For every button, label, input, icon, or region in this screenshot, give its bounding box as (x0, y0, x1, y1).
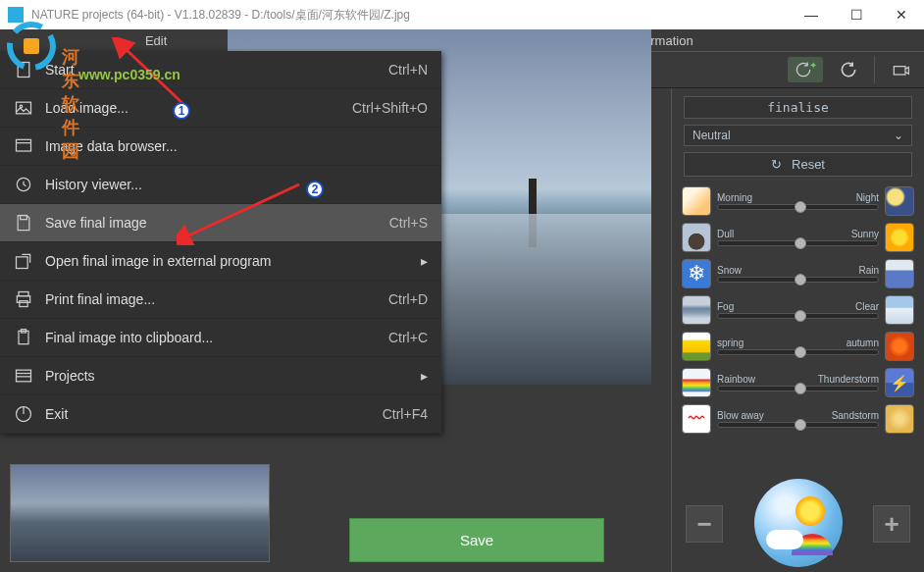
menu-item-print[interactable]: Print final image... Ctrl+D (0, 281, 441, 319)
submenu-arrow-icon: ▸ (421, 253, 428, 269)
camera-icon[interactable] (889, 58, 912, 81)
slider-spring-autumn[interactable]: springautumn (682, 330, 914, 363)
menu-edit[interactable]: Edit (145, 33, 167, 48)
autumn-icon (885, 332, 914, 361)
finalise-header[interactable]: finalise (684, 96, 912, 119)
clear-icon (885, 295, 914, 325)
svg-rect-18 (20, 301, 27, 307)
sunny-icon (885, 223, 914, 252)
dull-icon (682, 223, 711, 252)
annotation-badge-2: 2 (306, 181, 324, 198)
spring-icon (682, 332, 711, 361)
svg-rect-15 (17, 257, 28, 269)
thumbnail-image[interactable] (10, 464, 270, 562)
svg-rect-14 (21, 216, 27, 220)
projects-icon (14, 366, 33, 386)
titlebar: NATURE projects (64-bit) - V1.18.02839 -… (0, 0, 924, 29)
history-icon (14, 175, 33, 194)
close-button[interactable]: ✕ (879, 0, 924, 29)
menu-item-open-external[interactable]: Open final image in external program ▸ (0, 242, 441, 281)
menu-item-projects[interactable]: Projects ▸ (0, 357, 441, 395)
file-menu-dropdown: Start Ctrl+N Load image... Ctrl+Shift+O … (0, 51, 441, 434)
refresh-auto-button[interactable]: ✦ (788, 57, 823, 82)
slider-rainbow-thunder[interactable]: RainbowThunderstorm ⚡ (682, 366, 914, 399)
menu-item-exit[interactable]: Exit Ctrl+F4 (0, 395, 441, 434)
blow-icon: 〰 (682, 404, 711, 434)
menu-item-image-browser[interactable]: Image data browser... (0, 128, 441, 166)
page-icon (14, 60, 33, 79)
zoom-out-button[interactable]: − (686, 505, 723, 543)
slider-morning-night[interactable]: MorningNight (682, 184, 914, 218)
menu-item-save-final[interactable]: Save final image Ctrl+S (0, 204, 441, 242)
browser-icon (14, 136, 33, 156)
reset-icon: ↻ (771, 157, 782, 172)
svg-rect-16 (19, 292, 28, 296)
menu-item-clipboard[interactable]: Final image into clipboard... Ctrl+C (0, 319, 441, 357)
preset-value: Neutral (693, 129, 731, 142)
save-button[interactable]: Save (349, 518, 604, 562)
slider-snow-rain[interactable]: ❄ SnowRain (682, 257, 914, 290)
chevron-down-icon: ⌄ (894, 129, 903, 142)
menu-item-load-image[interactable]: Load image... Ctrl+Shift+O (0, 89, 441, 128)
fog-icon (682, 295, 711, 325)
snow-icon: ❄ (682, 259, 711, 288)
preview-orb[interactable] (754, 479, 843, 567)
svg-rect-11 (17, 139, 31, 151)
morning-icon (682, 186, 711, 216)
rainbow-icon (682, 368, 711, 397)
annotation-badge-1: 1 (173, 102, 190, 120)
reset-button[interactable]: ↻ Reset (684, 152, 912, 177)
submenu-arrow-icon: ▸ (421, 368, 428, 384)
rain-icon (885, 259, 914, 288)
preset-dropdown[interactable]: Neutral ⌄ (684, 125, 912, 146)
menu-item-history-viewer[interactable]: History viewer... (0, 166, 441, 204)
slider-blow-sandstorm[interactable]: 〰 Blow awaySandstorm (682, 402, 914, 436)
minimize-button[interactable]: — (789, 0, 834, 29)
app-icon (8, 7, 24, 23)
slider-fog-clear[interactable]: FogClear (682, 293, 914, 327)
svg-rect-21 (17, 370, 31, 382)
save-icon (14, 213, 33, 233)
window-controls: — ☐ ✕ (789, 0, 924, 29)
svg-rect-8 (18, 63, 29, 78)
right-panel: finalise Neutral ⌄ ↻ Reset MorningNight … (671, 88, 924, 572)
menu-item-start[interactable]: Start Ctrl+N (0, 51, 441, 89)
window-title: NATURE projects (64-bit) - V1.18.02839 -… (31, 7, 410, 24)
refresh-button[interactable] (837, 58, 860, 81)
exit-icon (14, 404, 33, 424)
clipboard-icon (14, 328, 33, 347)
print-icon (14, 289, 33, 309)
sandstorm-icon (885, 404, 914, 434)
external-icon (14, 251, 33, 271)
night-icon (885, 186, 914, 216)
slider-dull-sunny[interactable]: DullSunny (682, 221, 914, 254)
maximize-button[interactable]: ☐ (834, 0, 879, 29)
svg-rect-7 (894, 67, 905, 75)
thunder-icon: ⚡ (885, 368, 914, 397)
image-icon (14, 98, 33, 118)
zoom-in-button[interactable]: + (873, 505, 910, 543)
